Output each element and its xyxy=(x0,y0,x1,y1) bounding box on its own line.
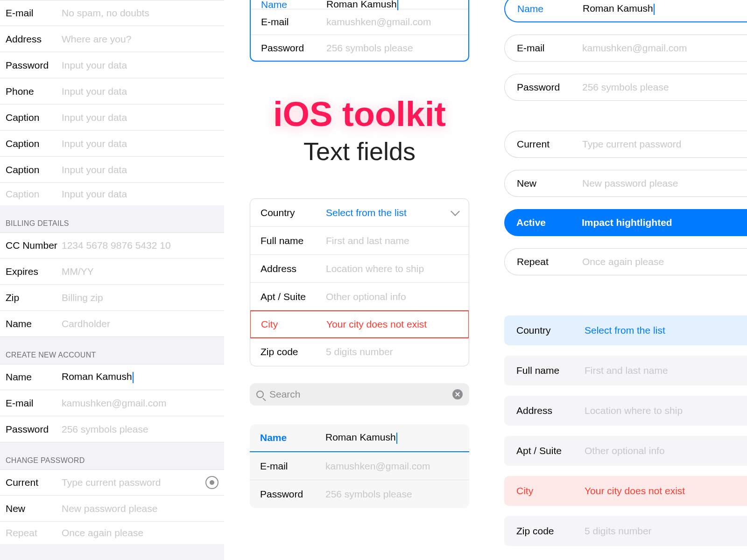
field-caption-1[interactable]: CaptionInput your data xyxy=(0,105,224,131)
label: Apt / Suite xyxy=(261,291,326,302)
placeholder: kamushken@gmail.com xyxy=(326,16,458,28)
placeholder: Billing zip xyxy=(62,292,218,303)
text-cursor xyxy=(397,0,398,10)
block-apt-suite[interactable]: Apt / SuiteOther optional info xyxy=(504,436,747,466)
placeholder: Other optional info xyxy=(326,291,458,302)
label: Current xyxy=(6,477,62,488)
label: Password xyxy=(260,489,325,500)
field-apt-suite[interactable]: Apt / SuiteOther optional info xyxy=(250,283,469,311)
top-card: NameRoman Kamush E-mailkamushken@gmail.c… xyxy=(250,0,469,62)
label: Expires xyxy=(6,266,62,277)
field-repeat-pw[interactable]: RepeatOnce again please xyxy=(0,522,224,544)
field-email[interactable]: E-mailNo spam, no doubts xyxy=(0,0,224,26)
field-caption-4[interactable]: CaptionInput your data xyxy=(0,183,224,205)
label: Name xyxy=(261,0,326,10)
text-cursor xyxy=(133,372,134,383)
label: Caption xyxy=(6,189,62,200)
field-password[interactable]: PasswordInput your data xyxy=(0,52,224,78)
placeholder: 256 symbols please xyxy=(326,42,458,54)
label: E-mail xyxy=(517,42,582,54)
label: Current xyxy=(517,139,582,150)
label: E-mail xyxy=(260,461,325,472)
field-caption-3[interactable]: CaptionInput your data xyxy=(0,157,224,183)
label: E-mail xyxy=(261,16,326,28)
field-create-email[interactable]: E-mailkamushken@gmail.com xyxy=(0,390,224,416)
placeholder: Input your data xyxy=(62,60,218,71)
pill-new[interactable]: NewNew password please xyxy=(504,170,747,197)
value: Impact hightlighted xyxy=(582,217,735,228)
field-cardholder[interactable]: NameCardholder xyxy=(0,311,224,337)
chevron-down-icon xyxy=(451,207,460,216)
text-cursor xyxy=(654,4,655,15)
block-country[interactable]: CountrySelect from the list xyxy=(504,315,747,345)
label: Password xyxy=(517,82,582,93)
label: New xyxy=(517,178,582,189)
block-address[interactable]: AddressLocation where to ship xyxy=(504,396,747,426)
field-cc-number[interactable]: CC Number1234 5678 9876 5432 10 xyxy=(0,232,224,259)
pill-password[interactable]: Password256 symbols please xyxy=(504,74,747,101)
field-address[interactable]: AddressWhere are you? xyxy=(0,26,224,52)
field-country[interactable]: CountrySelect from the list xyxy=(250,199,469,227)
billing-header: BILLING DETAILS xyxy=(0,205,224,232)
error-text: Your city does not exist xyxy=(326,319,458,330)
placeholder: Input your data xyxy=(62,164,218,175)
value: Roman Kamush xyxy=(583,3,735,14)
pill-repeat[interactable]: RepeatOnce again please xyxy=(504,248,747,275)
search-input[interactable]: Search xyxy=(250,383,469,406)
clear-icon[interactable] xyxy=(452,389,463,399)
pill-active[interactable]: ActiveImpact hightlighted xyxy=(504,209,747,236)
placeholder: Input your data xyxy=(62,112,218,123)
label: Apt / Suite xyxy=(516,445,585,456)
page-title: iOS toolkit xyxy=(224,94,495,134)
block-fullname[interactable]: Full nameFirst and last name xyxy=(504,356,747,385)
bottom-card: NameRoman Kamush E-mailkamushken@gmail.c… xyxy=(250,424,469,508)
placeholder: First and last name xyxy=(326,235,458,246)
label: Password xyxy=(6,60,62,71)
block-city[interactable]: CityYour city does not exist xyxy=(504,476,747,506)
placeholder: Location where to ship xyxy=(585,405,735,416)
field-phone[interactable]: PhoneInput your data xyxy=(0,78,224,105)
field-city[interactable]: CityYour city does not exist xyxy=(250,310,469,338)
field-address[interactable]: AddressLocation where to ship xyxy=(250,255,469,283)
field-name[interactable]: NameRoman Kamush xyxy=(250,424,469,452)
placeholder: Once again please xyxy=(582,256,735,267)
pill-current[interactable]: CurrentType current password xyxy=(504,131,747,158)
label: Address xyxy=(6,34,62,45)
placeholder: Other optional info xyxy=(585,445,735,456)
eye-icon[interactable] xyxy=(205,476,218,489)
field-name[interactable]: NameRoman Kamush xyxy=(0,364,224,390)
field-password[interactable]: Password256 symbols please xyxy=(250,480,469,508)
field-caption-2[interactable]: CaptionInput your data xyxy=(0,131,224,157)
field-fullname[interactable]: Full nameFirst and last name xyxy=(250,227,469,255)
placeholder: New password please xyxy=(62,503,218,514)
label: City xyxy=(261,319,326,330)
pill-email[interactable]: E-mailkamushken@gmail.com xyxy=(504,35,747,62)
placeholder: Type current password xyxy=(62,477,205,488)
field-email[interactable]: E-mailkamushken@gmail.com xyxy=(250,452,469,480)
field-new-pw[interactable]: NewNew password please xyxy=(0,496,224,522)
label: Full name xyxy=(516,365,585,376)
label: Phone xyxy=(6,86,62,97)
field-zip[interactable]: ZipBilling zip xyxy=(0,285,224,311)
label: Name xyxy=(6,318,62,329)
create-account-header: CREATE NEW ACCOUNT xyxy=(0,337,224,364)
field-email[interactable]: E-mailkamushken@gmail.com xyxy=(251,9,468,35)
field-create-password[interactable]: Password256 symbols please xyxy=(0,416,224,442)
field-password[interactable]: Password256 symbols please xyxy=(251,35,468,61)
field-zipcode[interactable]: Zip code5 digits number xyxy=(250,338,469,366)
label: Password xyxy=(261,42,326,54)
field-name[interactable]: NameRoman Kamush xyxy=(251,0,468,9)
field-current-pw[interactable]: CurrentType current password xyxy=(0,469,224,496)
placeholder: 1234 5678 9876 5432 10 xyxy=(62,240,218,251)
value: Select from the list xyxy=(585,325,735,336)
label: Name xyxy=(260,432,325,443)
placeholder: Location where to ship xyxy=(326,263,458,274)
block-zipcode[interactable]: Zip code5 digits number xyxy=(504,516,747,546)
field-expires[interactable]: ExpiresMM/YY xyxy=(0,259,224,285)
placeholder: Where are you? xyxy=(62,34,218,45)
placeholder: kamushken@gmail.com xyxy=(582,42,735,54)
label: New xyxy=(6,503,62,514)
label: Caption xyxy=(6,112,62,123)
label: Name xyxy=(6,371,62,383)
pill-name[interactable]: NameRoman Kamush xyxy=(504,0,747,22)
